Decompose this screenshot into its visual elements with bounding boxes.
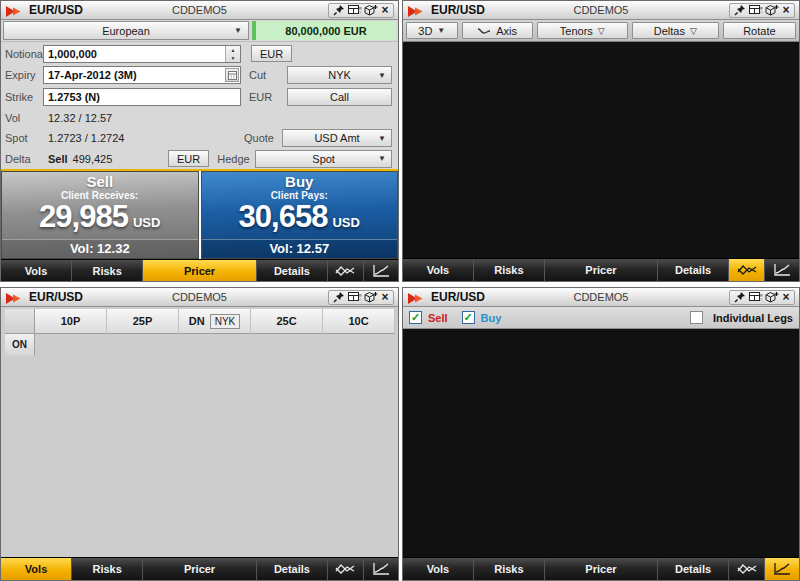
tab-vols[interactable]: Vols [403, 558, 474, 580]
strike-input[interactable] [43, 88, 241, 106]
spot-value: 1.2723 / 1.2724 [43, 132, 198, 144]
pin-icon[interactable] [732, 4, 747, 17]
tab-pricer[interactable]: Pricer [143, 558, 257, 580]
vols-panel: EUR/USD CDDEMO5 × 10P 25P DNNYK 25C 10C … [0, 287, 399, 581]
surface-view-icon[interactable] [328, 558, 364, 580]
cube-add-icon[interactable] [764, 291, 779, 304]
chevron-down-icon: ▼ [378, 154, 386, 163]
vols-table-container: 10P 25P DNNYK 25C 10C ON [1, 307, 398, 557]
chart-view-icon[interactable] [364, 260, 398, 282]
tab-details[interactable]: Details [658, 259, 729, 281]
delta-currency-button[interactable]: EUR [168, 150, 209, 167]
cut-dropdown[interactable]: NYK▼ [287, 66, 392, 84]
payoff-panel: EUR/USD CDDEMO5 × ✓ Sell ✓ Buy Individua… [402, 287, 800, 581]
tab-pricer[interactable]: Pricer [143, 260, 257, 282]
table-corner-cell [5, 309, 35, 334]
delta-side: Sell [48, 153, 68, 165]
quote-dropdown[interactable]: USD Amt▼ [282, 129, 392, 147]
currency-pair-title: EUR/USD [29, 290, 83, 304]
pin-icon[interactable] [732, 291, 747, 304]
cube-add-icon[interactable] [764, 4, 779, 17]
cut-tag[interactable]: NYK [210, 314, 241, 329]
buy-title: Buy [285, 173, 313, 190]
option-type-button[interactable]: Call [287, 88, 392, 106]
buy-checkbox[interactable]: ✓ [462, 311, 475, 324]
cube-add-icon[interactable] [363, 4, 378, 17]
vols-table: 10P 25P DNNYK 25C 10C ON [5, 309, 395, 356]
option-style-dropdown[interactable]: European▼ [3, 21, 249, 40]
individual-legs-checkbox[interactable] [690, 311, 703, 324]
pricer-panel: EUR/USD CDDEMO5 × European▼ 80,000,000 E… [0, 0, 399, 282]
column-header-10c[interactable]: 10C [323, 309, 395, 334]
surface-view-icon[interactable] [729, 259, 765, 281]
tab-bar: Vols Risks Pricer Details [1, 259, 398, 282]
ccy-label: EUR [249, 91, 287, 103]
chevron-down-icon: ▼ [378, 134, 386, 143]
vol-label: Vol [3, 112, 43, 124]
payoff-line-chart[interactable] [403, 329, 799, 557]
notional-input[interactable] [43, 45, 241, 63]
calendar-icon[interactable] [225, 68, 239, 82]
layout-icon[interactable] [347, 291, 362, 304]
layout-icon[interactable] [748, 4, 763, 17]
column-header-25c[interactable]: 25C [251, 309, 323, 334]
sell-quote-panel[interactable]: Sell Client Receives: 29,985USD Vol: 12.… [1, 171, 199, 259]
row-header-on[interactable]: ON [5, 334, 35, 356]
chart-view-icon[interactable] [765, 259, 799, 281]
individual-legs-label: Individual Legs [713, 312, 793, 324]
chevron-down-icon: ▼ [234, 26, 242, 35]
panel-header: EUR/USD CDDEMO5 × [403, 1, 799, 20]
close-icon[interactable]: × [379, 291, 391, 304]
column-header-10p[interactable]: 10P [35, 309, 107, 334]
tab-risks[interactable]: Risks [474, 558, 545, 580]
close-icon[interactable]: × [379, 4, 391, 17]
column-header-dn[interactable]: DNNYK [179, 309, 251, 334]
hedge-dropdown[interactable]: Spot▼ [255, 150, 392, 168]
tab-details[interactable]: Details [257, 260, 328, 282]
tab-bar: Vols Risks Pricer Details [1, 557, 398, 580]
triangle-down-icon: ▽ [690, 26, 697, 36]
tab-risks[interactable]: Risks [474, 259, 545, 281]
chart-view-icon[interactable] [364, 558, 398, 580]
tab-vols[interactable]: Vols [1, 558, 72, 580]
panel-header: EUR/USD CDDEMO5 × [1, 1, 398, 20]
notional-stepper[interactable]: ▲▼ [225, 46, 240, 62]
pin-icon[interactable] [331, 4, 346, 17]
tenors-dropdown[interactable]: Tenors▽ [537, 22, 628, 39]
app-logo-icon [407, 291, 429, 304]
notional-currency-button[interactable]: EUR [251, 45, 292, 62]
tab-risks[interactable]: Risks [72, 558, 143, 580]
surface-view-icon[interactable] [328, 260, 364, 282]
vol-surface-3d-chart[interactable] [403, 42, 799, 258]
surface-toolbar: 3D▼ Axis Tenors▽ Deltas▽ Rotate [403, 20, 799, 42]
tab-risks[interactable]: Risks [72, 260, 143, 282]
pin-icon[interactable] [331, 291, 346, 304]
sell-vol: Vol: 12.32 [2, 239, 198, 258]
layout-icon[interactable] [347, 4, 362, 17]
layout-icon[interactable] [748, 291, 763, 304]
expiry-input[interactable] [43, 66, 241, 84]
axis-button[interactable]: Axis [462, 22, 533, 39]
buy-quote-panel[interactable]: Buy Client Pays: 30,658USD Vol: 12.57 [201, 171, 399, 259]
cube-add-icon[interactable] [363, 291, 378, 304]
surface-view-icon[interactable] [729, 558, 765, 580]
tab-pricer[interactable]: Pricer [545, 558, 658, 580]
chart-view-icon[interactable] [765, 558, 799, 580]
view-mode-dropdown[interactable]: 3D▼ [406, 22, 458, 39]
buy-legend-label: Buy [481, 312, 502, 324]
sell-checkbox[interactable]: ✓ [409, 311, 422, 324]
triangle-down-icon: ▽ [598, 26, 605, 36]
sell-legend-label: Sell [428, 312, 448, 324]
currency-pair-title: EUR/USD [431, 290, 485, 304]
buy-amount: 30,658 [239, 199, 328, 235]
column-header-25p[interactable]: 25P [107, 309, 179, 334]
tab-vols[interactable]: Vols [1, 260, 72, 282]
deltas-dropdown[interactable]: Deltas▽ [632, 22, 719, 39]
close-icon[interactable]: × [780, 291, 792, 304]
close-icon[interactable]: × [780, 4, 792, 17]
rotate-button[interactable]: Rotate [723, 22, 796, 39]
tab-pricer[interactable]: Pricer [545, 259, 658, 281]
tab-details[interactable]: Details [658, 558, 729, 580]
tab-vols[interactable]: Vols [403, 259, 474, 281]
tab-details[interactable]: Details [257, 558, 328, 580]
